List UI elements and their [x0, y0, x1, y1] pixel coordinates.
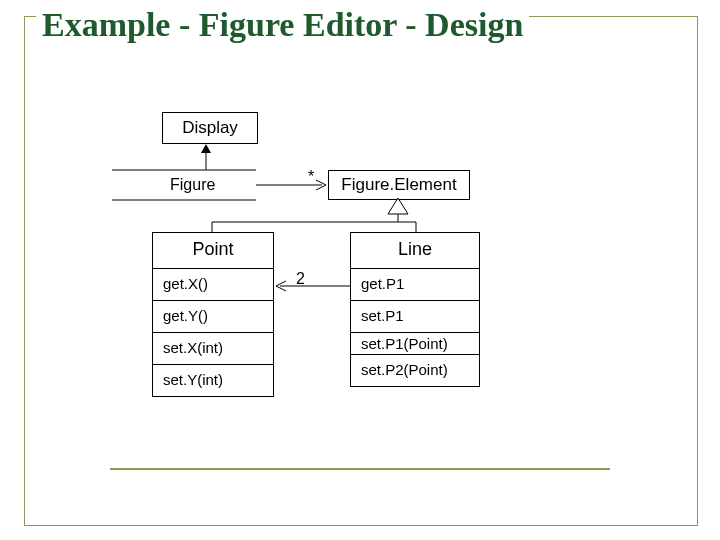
class-line-name: Line	[351, 233, 479, 268]
class-figure-element: Figure.Element	[328, 170, 470, 200]
class-display: Display	[162, 112, 258, 144]
line-method-1: get.P1	[351, 269, 479, 301]
uml-diagram: Display Figure Figure.Element * Point ge…	[0, 0, 720, 540]
point-method-2: get.Y()	[153, 301, 273, 333]
line-method-2: set.P1	[351, 301, 479, 333]
point-method-1: get.X()	[153, 269, 273, 301]
class-line: Line get.P1 set.P1 set.P1(Point) set.P2(…	[350, 232, 480, 387]
point-method-3: set.X(int)	[153, 333, 273, 365]
class-figure: Figure	[170, 176, 215, 194]
svg-marker-3	[201, 144, 211, 153]
line-method-3: set.P1(Point)	[351, 333, 479, 355]
slide-underline	[110, 468, 610, 470]
point-method-4: set.Y(int)	[153, 365, 273, 396]
svg-marker-6	[388, 198, 408, 214]
line-method-4: set.P2(Point)	[351, 355, 479, 386]
label-two: 2	[296, 270, 305, 288]
label-star: *	[308, 168, 314, 186]
class-point: Point get.X() get.Y() set.X(int) set.Y(i…	[152, 232, 274, 397]
class-point-name: Point	[153, 233, 273, 268]
